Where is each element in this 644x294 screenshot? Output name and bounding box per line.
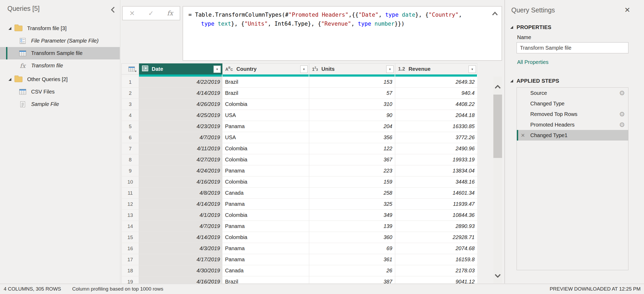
cell-units[interactable]: 356: [309, 132, 395, 143]
applied-step-row[interactable]: Promoted Headers⚙: [517, 119, 628, 130]
applied-step-row[interactable]: Removed Top Rows⚙: [517, 109, 628, 119]
cell-date[interactable]: 4/14/2019: [139, 199, 222, 209]
column-header-units[interactable]: 123Units▼: [309, 63, 395, 74]
row-number[interactable]: 8: [121, 154, 139, 165]
properties-section-header[interactable]: PROPERTIES: [510, 24, 551, 30]
cell-country[interactable]: Canada: [222, 188, 309, 198]
table-row[interactable]: 184/30/2019Canada262178.03: [121, 265, 478, 276]
cell-units[interactable]: 361: [309, 254, 395, 265]
add-step-fx-icon[interactable]: fx: [167, 10, 173, 16]
grid-vertical-scrollbar[interactable]: [493, 77, 502, 283]
cell-country[interactable]: Panama: [222, 221, 309, 232]
row-number[interactable]: 2: [121, 88, 139, 99]
cell-date[interactable]: 4/16/2019: [139, 176, 222, 187]
row-number[interactable]: 7: [121, 143, 139, 154]
query-item-row[interactable]: fxTransform file: [0, 59, 120, 72]
cell-date[interactable]: 4/11/2019: [139, 143, 222, 154]
cell-revenue[interactable]: 3772.26: [395, 132, 478, 143]
cell-revenue[interactable]: 2074.68: [395, 243, 478, 254]
delete-step-icon[interactable]: ✕: [521, 132, 525, 138]
table-row[interactable]: 84/27/2019Colombia36719933.19: [121, 154, 478, 165]
cell-units[interactable]: 325: [309, 199, 395, 209]
cell-revenue[interactable]: 2490.96: [395, 143, 478, 154]
row-number[interactable]: 17: [121, 254, 139, 265]
cell-date[interactable]: 4/14/2019: [139, 88, 222, 99]
cell-revenue[interactable]: 16330.85: [395, 121, 478, 132]
collapse-formula-bar-icon[interactable]: [492, 12, 498, 17]
cell-units[interactable]: 69: [309, 243, 395, 254]
table-row[interactable]: 74/11/2019Colombia1222490.96: [121, 143, 478, 154]
cell-units[interactable]: 204: [309, 121, 395, 132]
cell-units[interactable]: 57: [309, 88, 395, 99]
cell-units[interactable]: 258: [309, 188, 395, 198]
row-number[interactable]: 11: [121, 188, 139, 198]
row-number[interactable]: 4: [121, 110, 139, 121]
cell-country[interactable]: Panama: [222, 254, 309, 265]
collapse-queries-pane-icon[interactable]: [110, 6, 116, 13]
table-row[interactable]: 174/17/2019Panama36116159.8: [121, 254, 478, 265]
row-number[interactable]: 19: [121, 276, 139, 283]
row-number[interactable]: 9: [121, 165, 139, 176]
cell-revenue[interactable]: 3448.16: [395, 176, 478, 187]
cell-country[interactable]: USA: [222, 132, 309, 143]
cell-revenue[interactable]: 13834.04: [395, 165, 478, 176]
table-row[interactable]: 164/3/2019Panama692074.68: [121, 243, 478, 254]
applied-steps-section-header[interactable]: APPLIED STEPS: [510, 78, 559, 84]
table-row[interactable]: 14/22/2019Brazil1532649.32: [121, 77, 478, 88]
cell-date[interactable]: 4/24/2019: [139, 165, 222, 176]
cell-units[interactable]: 387: [309, 276, 395, 283]
cell-date[interactable]: 4/14/2019: [139, 232, 222, 243]
cell-country[interactable]: Panama: [222, 121, 309, 132]
cell-date[interactable]: 4/22/2019: [139, 77, 222, 87]
table-row[interactable]: 24/14/2019Brazil57940.4: [121, 88, 478, 99]
cell-date[interactable]: 4/8/2019: [139, 188, 222, 198]
select-all-columns-button[interactable]: ▼: [121, 63, 139, 74]
column-header-date[interactable]: Date▼: [139, 63, 222, 74]
table-row[interactable]: 194/16/2019Brazil3879041.12: [121, 276, 478, 283]
column-header-revenue[interactable]: 1.2Revenue▼: [395, 63, 478, 74]
query-group-row[interactable]: Transform file [3]: [0, 22, 120, 35]
query-name-input[interactable]: [517, 42, 628, 53]
table-row[interactable]: 54/23/2019Panama20416330.85: [121, 121, 478, 132]
table-row[interactable]: 104/16/2019Colombia1593448.16: [121, 176, 478, 188]
query-item-row[interactable]: CSV Files: [0, 86, 120, 98]
cell-units[interactable]: 367: [309, 154, 395, 165]
query-item-row[interactable]: File Parameter (Sample File): [0, 35, 120, 47]
table-row[interactable]: 64/7/2019USA3563772.26: [121, 132, 478, 143]
cell-country[interactable]: Canada: [222, 265, 309, 276]
cell-units[interactable]: 349: [309, 210, 395, 221]
cell-revenue[interactable]: 22928.71: [395, 232, 478, 243]
column-header-country[interactable]: ABCCountry▼: [222, 63, 309, 74]
step-settings-gear-icon[interactable]: ⚙: [619, 90, 625, 96]
cell-units[interactable]: 310: [309, 99, 395, 110]
row-number[interactable]: 1: [121, 77, 139, 87]
table-row[interactable]: 124/14/2019Panama32511939.47: [121, 199, 478, 210]
query-group-row[interactable]: Other Queries [2]: [0, 73, 120, 86]
cell-country[interactable]: Colombia: [222, 232, 309, 243]
cell-revenue[interactable]: 940.4: [395, 88, 478, 99]
commit-formula-icon[interactable]: ✓: [148, 10, 154, 17]
table-row[interactable]: 154/14/2019Colombia36022928.71: [121, 232, 478, 243]
row-number[interactable]: 6: [121, 132, 139, 143]
column-filter-button[interactable]: ▼: [386, 66, 394, 73]
cell-units[interactable]: 90: [309, 110, 395, 121]
cell-revenue[interactable]: 2178.03: [395, 265, 478, 276]
column-filter-button[interactable]: ▼: [213, 66, 221, 73]
row-number[interactable]: 16: [121, 243, 139, 254]
cell-date[interactable]: 4/1/2019: [139, 210, 222, 221]
scrollbar-thumb[interactable]: [493, 95, 502, 158]
cell-country[interactable]: Colombia: [222, 99, 309, 110]
cell-revenue[interactable]: 9041.12: [395, 276, 478, 283]
cell-units[interactable]: 223: [309, 165, 395, 176]
row-number[interactable]: 5: [121, 121, 139, 132]
cell-country[interactable]: Panama: [222, 199, 309, 209]
cell-revenue[interactable]: 2890.93: [395, 221, 478, 232]
cell-country[interactable]: Colombia: [222, 154, 309, 165]
column-filter-button[interactable]: ▼: [469, 66, 476, 73]
row-number[interactable]: 15: [121, 232, 139, 243]
cell-country[interactable]: Brazil: [222, 77, 309, 87]
cell-date[interactable]: 4/3/2019: [139, 243, 222, 254]
cell-date[interactable]: 4/26/2019: [139, 99, 222, 110]
cell-date[interactable]: 4/27/2019: [139, 154, 222, 165]
row-number[interactable]: 14: [121, 221, 139, 232]
